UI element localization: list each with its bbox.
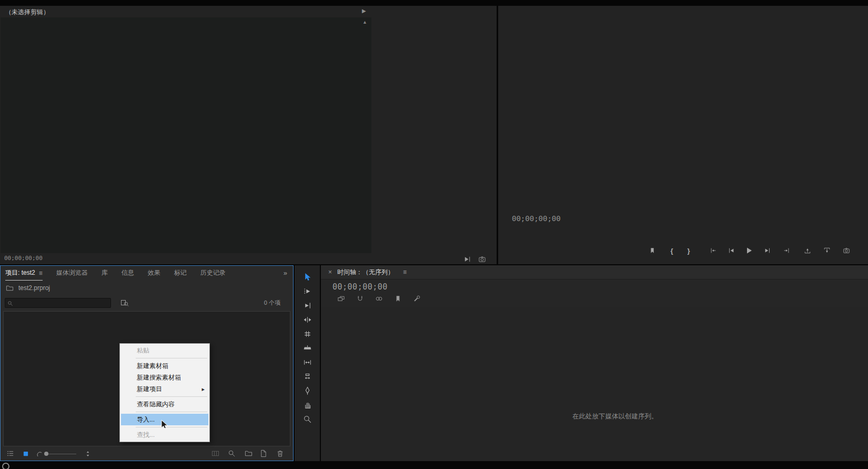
snap-button[interactable] [356,294,365,303]
tab-project[interactable]: 项目: test2 ≡ [5,268,43,277]
find-button[interactable] [226,449,237,458]
tab-markers[interactable]: 标记 [174,268,187,277]
rate-stretch-tool-button[interactable] [302,330,312,338]
tab-info[interactable]: 信息 [122,268,134,277]
export-frame-button[interactable] [477,254,487,264]
play-icon [745,246,753,255]
timeline-timecode[interactable]: 00;00;00;00 [332,282,388,292]
razor-tool-button[interactable] [302,344,312,353]
extract-button[interactable] [822,246,832,255]
selection-tool-button[interactable] [302,273,312,282]
taskbar-icon[interactable] [2,463,9,469]
step-forward-button[interactable] [763,246,772,255]
play-in-to-out-icon [463,255,471,263]
project-folder-icon [6,284,14,292]
menu-separator [136,412,207,412]
zoom-tool-button[interactable] [302,415,312,424]
search-box [5,298,111,308]
mark-out-button[interactable]: } [684,246,693,255]
timeline-toolbar [337,294,421,303]
rolling-edit-tool-icon [303,315,312,324]
export-frame-button[interactable] [842,246,851,255]
hand-tool-button[interactable] [302,401,312,410]
create-search-bin-button[interactable] [119,297,130,308]
zoom-out-icon [36,451,42,456]
lift-button[interactable] [803,246,812,255]
hand-tool-icon [303,401,312,410]
tab-libraries[interactable]: 库 [102,268,108,277]
breadcrumb: test2.prproj [1,280,293,296]
track-select-forward-tool-button[interactable] [302,287,312,296]
tab-label: 项目: test2 [5,268,35,277]
go-to-in-icon [710,247,717,254]
zoom-slider[interactable] [45,454,76,454]
program-timecode[interactable]: 00;00;00;00 [512,214,561,223]
chevron-right-icon[interactable]: ▶ [362,8,366,14]
play-button[interactable] [744,246,754,255]
tab-overflow-button[interactable]: » [284,269,293,277]
menu-item-view-hidden[interactable]: 查看隐藏内容 [120,398,209,410]
source-monitor-title: （未选择剪辑） [5,8,49,17]
step-back-button[interactable] [726,246,736,255]
automate-to-sequence-icon [211,450,219,457]
menu-item-new-search-bin[interactable]: 新建搜索素材箱 [120,372,209,383]
tab-history[interactable]: 历史记录 [200,268,226,277]
menu-separator [136,358,207,358]
project-panel-tab-bar: 项目: test2 ≡ 媒体浏览器 库 信息 效果 标记 历史记录 » [1,266,293,280]
slip-tool-icon [303,358,312,367]
wrench-icon [413,295,421,303]
new-item-button[interactable] [258,449,268,458]
project-panel-toolbar [1,446,293,461]
slide-tool-button[interactable] [302,372,312,381]
sort-icons-icon [85,451,91,457]
mouse-cursor [160,420,170,430]
pen-tool-button[interactable] [302,386,312,395]
go-to-in-button[interactable] [709,246,718,255]
menu-separator [136,396,207,397]
tab-effects[interactable]: 效果 [148,268,160,277]
step-back-icon [728,247,735,254]
timeline-drop-area[interactable]: 在此处放下媒体以创建序列。 [321,307,868,461]
add-marker-button[interactable] [393,294,402,303]
panel-menu-icon[interactable]: ≡ [403,268,407,276]
scroll-up-icon[interactable]: ▲ [362,19,367,25]
timeline-settings-button[interactable] [412,294,421,303]
rolling-edit-tool-button[interactable] [302,315,312,324]
step-forward-icon [764,247,771,254]
add-marker-button[interactable] [648,246,657,255]
add-marker-icon [394,295,402,303]
insert-overwrite-sequence-button[interactable] [337,294,346,303]
play-in-to-out-button[interactable] [462,254,472,264]
zoom-slider-thumb[interactable] [44,452,48,456]
zoom-out-button[interactable] [33,449,44,458]
close-icon[interactable]: × [328,268,332,276]
list-view-button[interactable] [5,449,15,458]
add-marker-icon [649,247,656,254]
sort-icons-button[interactable] [83,449,93,458]
menu-item-label: 新建项目 [137,385,162,393]
go-to-out-button[interactable] [782,246,791,255]
razor-tool-icon [303,344,312,353]
linked-selection-button[interactable] [375,294,383,303]
panel-menu-icon[interactable]: ≡ [39,270,43,277]
mark-in-button[interactable]: { [667,246,677,255]
project-file-name[interactable]: test2.prproj [18,284,50,292]
menu-item-paste: 粘贴 [120,345,209,356]
new-bin-icon [245,450,253,457]
ripple-edit-tool-button[interactable] [302,301,312,310]
source-monitor-panel: （未选择剪辑） ▶ ▲ 00;00;00;00 [0,6,497,264]
selection-tool-icon [303,273,312,282]
slip-tool-button[interactable] [302,358,312,367]
source-timecode[interactable]: 00;00;00;00 [4,255,43,262]
menu-item-new-bin[interactable]: 新建素材箱 [120,360,209,372]
tab-media-browser[interactable]: 媒体浏览器 [56,268,88,277]
menu-item-new-item[interactable]: 新建项目 ▸ [120,383,209,395]
new-bin-button[interactable] [243,449,254,458]
timeline-tab-title[interactable]: 时间轴：（无序列） [337,268,394,277]
search-input[interactable] [5,298,110,307]
automate-to-sequence-button[interactable] [210,449,220,458]
timeline-tab-bar: × 时间轴：（无序列） ≡ [321,265,868,280]
clear-button[interactable] [275,449,285,458]
source-monitor-view[interactable] [1,17,371,253]
icon-view-button[interactable] [21,449,31,458]
